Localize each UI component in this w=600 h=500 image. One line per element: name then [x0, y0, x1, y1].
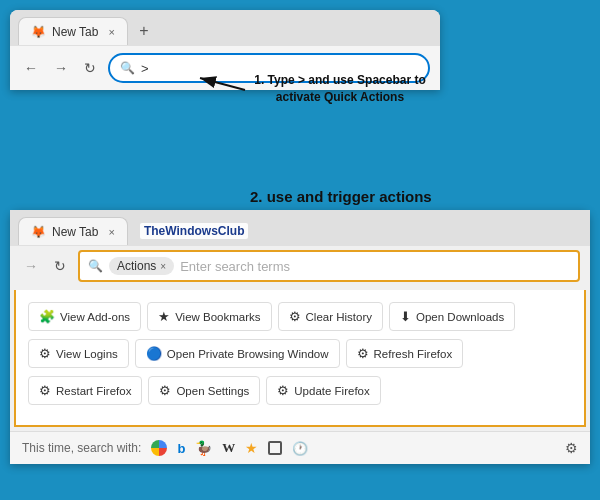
- actions-chip[interactable]: Actions ×: [109, 257, 174, 275]
- bottom-tab-label: New Tab: [52, 225, 98, 239]
- top-refresh-button[interactable]: ↻: [80, 58, 100, 78]
- top-new-tab-button[interactable]: +: [132, 19, 156, 43]
- actions-row-2: ⚙ View Logins 🔵 Open Private Browsing Wi…: [28, 339, 572, 368]
- view-logins-btn[interactable]: ⚙ View Logins: [28, 339, 129, 368]
- bottom-address-bar[interactable]: 🔍 Actions × Enter search terms: [78, 250, 580, 282]
- actions-chip-close[interactable]: ×: [160, 261, 166, 272]
- actions-chip-label: Actions: [117, 259, 156, 273]
- view-addons-label: View Add-ons: [60, 311, 130, 323]
- downloads-icon: ⬇: [400, 309, 411, 324]
- search-with-bar: This time, search with: b 🦆 W ★ 🕐 ⚙: [10, 431, 590, 464]
- top-active-tab[interactable]: 🦊 New Tab ×: [18, 17, 128, 45]
- settings-gear-icon[interactable]: ⚙: [565, 440, 578, 456]
- refresh-firefox-label: Refresh Firefox: [374, 348, 453, 360]
- view-bookmarks-btn[interactable]: ★ View Bookmarks: [147, 302, 271, 331]
- firefox-tab-icon: 🦊: [31, 25, 46, 39]
- annotation-2: 2. use and trigger actions: [250, 188, 432, 205]
- view-bookmarks-label: View Bookmarks: [175, 311, 260, 323]
- open-downloads-label: Open Downloads: [416, 311, 504, 323]
- clock-icon[interactable]: 🕐: [292, 441, 308, 456]
- top-address-value: >: [141, 61, 149, 76]
- bottom-tab-bar: 🦊 New Tab × TheWindowsClub: [10, 210, 590, 246]
- view-addons-btn[interactable]: 🧩 View Add-ons: [28, 302, 141, 331]
- search-with-label: This time, search with:: [22, 441, 141, 455]
- annotation-1: 1. Type > and use Spacebar to activate Q…: [240, 72, 440, 106]
- restart-icon: ⚙: [39, 383, 51, 398]
- duckduckgo-icon[interactable]: 🦆: [195, 440, 212, 456]
- bottom-nav-bar: → ↻ 🔍 Actions × Enter search terms: [10, 246, 590, 290]
- clear-history-label: Clear History: [306, 311, 372, 323]
- bottom-search-icon: 🔍: [88, 259, 103, 273]
- clear-history-btn[interactable]: ⚙ Clear History: [278, 302, 383, 331]
- view-logins-label: View Logins: [56, 348, 118, 360]
- bottom-forward-button[interactable]: →: [20, 256, 42, 276]
- open-settings-btn[interactable]: ⚙ Open Settings: [148, 376, 260, 405]
- top-back-button[interactable]: ←: [20, 58, 42, 78]
- bottom-refresh-button[interactable]: ↻: [50, 256, 70, 276]
- top-tab-close[interactable]: ×: [108, 26, 114, 38]
- open-private-browsing-label: Open Private Browsing Window: [167, 348, 329, 360]
- update-firefox-btn[interactable]: ⚙ Update Firefox: [266, 376, 380, 405]
- clear-history-icon: ⚙: [289, 309, 301, 324]
- open-settings-icon: ⚙: [159, 383, 171, 398]
- top-forward-button[interactable]: →: [50, 58, 72, 78]
- google-icon[interactable]: [151, 440, 167, 456]
- top-tab-bar: 🦊 New Tab × +: [10, 10, 440, 46]
- star-icon[interactable]: ★: [245, 440, 258, 456]
- wikipedia-icon[interactable]: W: [222, 440, 235, 456]
- private-browsing-icon: 🔵: [146, 346, 162, 361]
- refresh-firefox-btn[interactable]: ⚙ Refresh Firefox: [346, 339, 464, 368]
- bing-icon[interactable]: b: [177, 441, 185, 456]
- update-icon: ⚙: [277, 383, 289, 398]
- actions-row-1: 🧩 View Add-ons ★ View Bookmarks ⚙ Clear …: [28, 302, 572, 331]
- bookmarks-icon: ★: [158, 309, 170, 324]
- addons-icon: 🧩: [39, 309, 55, 324]
- logins-icon: ⚙: [39, 346, 51, 361]
- refresh-firefox-icon: ⚙: [357, 346, 369, 361]
- top-search-icon: 🔍: [120, 61, 135, 75]
- restart-firefox-btn[interactable]: ⚙ Restart Firefox: [28, 376, 142, 405]
- watermark: TheWindowsClub: [140, 223, 249, 239]
- square-icon[interactable]: [268, 441, 282, 455]
- actions-row-3: ⚙ Restart Firefox ⚙ Open Settings ⚙ Upda…: [28, 376, 572, 405]
- open-private-browsing-btn[interactable]: 🔵 Open Private Browsing Window: [135, 339, 340, 368]
- open-downloads-btn[interactable]: ⬇ Open Downloads: [389, 302, 515, 331]
- search-placeholder: Enter search terms: [180, 259, 290, 274]
- bottom-firefox-tab-icon: 🦊: [31, 225, 46, 239]
- restart-firefox-label: Restart Firefox: [56, 385, 131, 397]
- open-settings-label: Open Settings: [176, 385, 249, 397]
- quick-actions-panel: 🧩 View Add-ons ★ View Bookmarks ⚙ Clear …: [14, 290, 586, 427]
- bottom-browser-window: 🦊 New Tab × TheWindowsClub → ↻ 🔍 Actions…: [10, 210, 590, 464]
- update-firefox-label: Update Firefox: [294, 385, 369, 397]
- bottom-active-tab[interactable]: 🦊 New Tab ×: [18, 217, 128, 245]
- bottom-tab-close[interactable]: ×: [108, 226, 114, 238]
- top-tab-label: New Tab: [52, 25, 98, 39]
